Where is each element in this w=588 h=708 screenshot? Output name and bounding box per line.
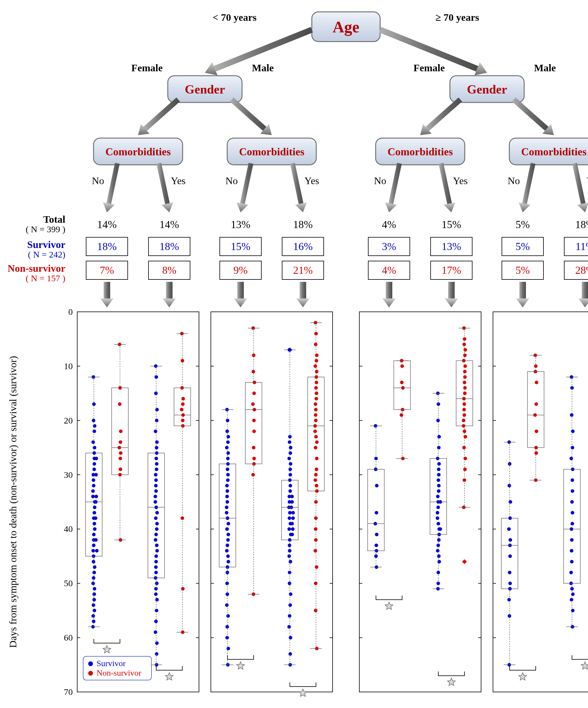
svg-point-145	[91, 495, 95, 498]
svg-point-236	[154, 630, 157, 634]
svg-point-222	[154, 538, 157, 542]
pct-nons-ge70_f_yes: 17%	[442, 264, 461, 276]
svg-point-378	[314, 386, 318, 390]
svg-point-485	[463, 375, 467, 379]
svg-text:Female: Female	[413, 62, 445, 73]
svg-point-243	[181, 397, 185, 401]
svg-point-297	[226, 625, 229, 629]
svg-point-218	[154, 517, 158, 520]
gender-node-right: Gender	[450, 76, 524, 102]
svg-point-288	[225, 549, 229, 553]
svg-point-454	[437, 467, 440, 471]
svg-point-234	[155, 609, 158, 612]
svg-point-554	[571, 430, 575, 433]
svg-point-352	[291, 527, 295, 531]
svg-point-167	[93, 587, 96, 591]
svg-point-146	[94, 495, 98, 498]
svg-point-526	[507, 598, 511, 601]
svg-point-293	[226, 582, 229, 585]
svg-point-559	[571, 489, 574, 493]
svg-point-572	[571, 609, 575, 612]
svg-point-473	[437, 560, 441, 563]
pct-nons-ge70_m_no: 5%	[516, 264, 530, 276]
svg-point-232	[154, 592, 158, 596]
svg-point-571	[570, 598, 574, 601]
svg-point-181	[119, 451, 122, 455]
pct-surv-lt70_m_no: 15%	[231, 241, 251, 253]
svg-point-347	[288, 517, 291, 520]
svg-point-345	[288, 511, 292, 515]
svg-point-226	[154, 560, 158, 563]
arrow-comorb-1	[156, 163, 173, 212]
svg-point-158	[92, 543, 96, 547]
svg-point-364	[288, 614, 291, 618]
svg-point-244	[181, 403, 185, 406]
svg-point-493	[462, 419, 465, 422]
arrow-to-chart-7	[579, 282, 588, 307]
svg-point-202	[155, 419, 158, 422]
svg-point-451	[437, 446, 441, 449]
svg-point-172	[91, 614, 95, 618]
svg-point-279	[226, 500, 229, 504]
svg-point-144	[91, 489, 95, 493]
svg-point-210	[154, 473, 157, 477]
svg-point-267	[227, 435, 230, 439]
svg-point-337	[289, 484, 292, 488]
svg-point-215	[153, 500, 157, 504]
svg-point-313	[251, 473, 255, 477]
svg-point-388	[315, 440, 319, 444]
svg-point-131	[93, 424, 96, 427]
svg-point-471	[436, 549, 440, 553]
svg-point-228	[154, 571, 158, 574]
svg-point-354	[290, 533, 294, 536]
svg-point-211	[154, 478, 158, 482]
arrow-comorb-5	[439, 163, 455, 212]
svg-point-271	[226, 457, 230, 460]
svg-point-565	[570, 549, 574, 553]
svg-point-274	[226, 473, 230, 477]
svg-point-393	[314, 478, 317, 482]
svg-point-160	[95, 549, 98, 553]
pct-total-lt70_f_yes: 14%	[159, 218, 179, 231]
svg-text:20: 20	[64, 415, 73, 425]
comorb-node-2: Comorbidities	[376, 138, 465, 165]
svg-text:Yes: Yes	[304, 175, 319, 186]
svg-point-392	[314, 473, 318, 477]
svg-text:( N = 157 ): ( N = 157 )	[26, 273, 65, 283]
svg-point-537	[534, 451, 538, 455]
svg-point-207	[154, 457, 158, 460]
sig-star-ge70_m_yes	[581, 662, 588, 669]
svg-point-430	[400, 381, 404, 384]
svg-point-231	[154, 587, 158, 591]
svg-point-387	[314, 435, 318, 439]
arrow-to-chart-6	[516, 282, 529, 307]
svg-point-403	[314, 609, 318, 612]
svg-point-296	[226, 614, 230, 618]
pct-total-ge70_m_yes: 18%	[575, 218, 588, 231]
svg-point-284	[226, 527, 229, 531]
svg-text:Non-survivor: Non-survivor	[7, 263, 65, 274]
svg-point-421	[375, 511, 378, 515]
svg-point-561	[571, 511, 574, 515]
svg-point-487	[463, 386, 467, 390]
svg-point-372	[315, 353, 319, 357]
svg-point-556	[569, 457, 573, 460]
arrow-comorb-3	[290, 163, 307, 212]
svg-point-214	[153, 495, 157, 498]
svg-point-212	[154, 484, 158, 488]
svg-point-268	[226, 440, 230, 444]
svg-point-398	[314, 527, 318, 531]
pct-nons-lt70_m_no: 9%	[233, 264, 248, 276]
svg-text:Survivor: Survivor	[96, 659, 126, 668]
svg-point-488	[463, 391, 467, 395]
svg-point-311	[253, 457, 256, 460]
svg-point-382	[314, 408, 318, 411]
svg-text:Yes: Yes	[171, 175, 185, 186]
svg-point-356	[288, 543, 291, 547]
svg-point-150	[93, 511, 96, 515]
svg-point-558	[570, 478, 574, 482]
svg-point-366	[289, 636, 292, 640]
pct-nons-ge70_f_no: 4%	[382, 264, 396, 276]
svg-point-391	[315, 467, 318, 471]
svg-point-205	[155, 446, 158, 449]
